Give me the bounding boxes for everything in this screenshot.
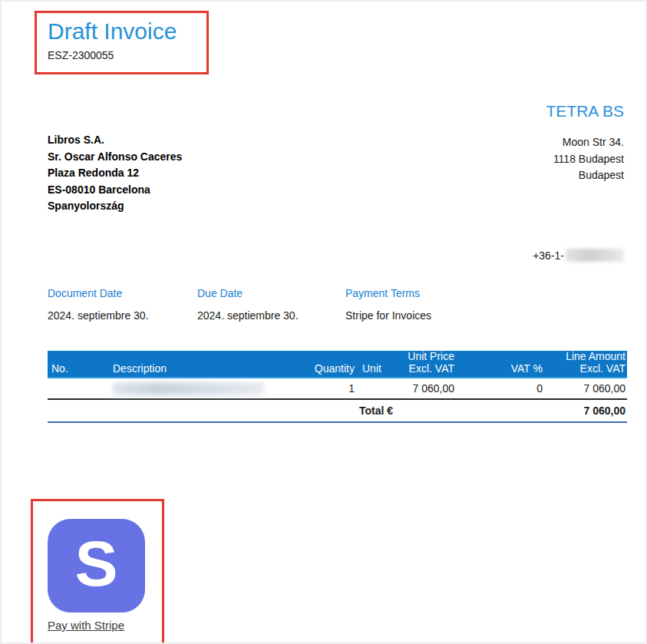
company-address-line: Budapest xyxy=(553,167,624,184)
stripe-s-glyph: S xyxy=(74,531,117,596)
info-label: Payment Terms xyxy=(345,287,431,299)
info-document-date: Document Date 2024. septiembre 30. xyxy=(48,287,149,322)
info-label: Due Date xyxy=(197,287,299,299)
cell-line-amount: 7 060,00 xyxy=(543,382,627,395)
company-name: TETRA BS xyxy=(546,102,624,121)
cell-vat: 0 xyxy=(454,382,543,395)
pay-with-stripe-link[interactable]: Pay with Stripe xyxy=(48,619,124,632)
invoice-lines-table: No. Description Quantity Unit Unit Price… xyxy=(48,351,627,423)
total-label: Total € xyxy=(266,405,393,417)
header-description: Description xyxy=(113,362,266,375)
header-unit: Unit xyxy=(355,362,393,375)
page-title: Draft Invoice xyxy=(48,18,177,45)
bill-to-line: ES-08010 Barcelona xyxy=(48,182,182,199)
table-row: 1 7 060,00 0 7 060,00 xyxy=(48,378,627,400)
header-line-amount: Line Amount Excl. VAT xyxy=(543,350,627,375)
invoice-page: Draft Invoice ESZ-2300055 TETRA BS Moon … xyxy=(0,0,647,644)
table-total-row: Total € 7 060,00 xyxy=(48,400,627,423)
header-vat: VAT % xyxy=(454,362,543,375)
cell-quantity: 1 xyxy=(266,382,355,395)
info-value: Stripe for Invoices xyxy=(345,309,431,322)
company-address: Moon Str 34. 1118 Budapest Budapest xyxy=(553,134,624,184)
bill-to-address: Libros S.A. Sr. Oscar Alfonso Caceres Pl… xyxy=(48,132,182,215)
info-value: 2024. septiembre 30. xyxy=(48,309,149,322)
cell-unit-price: 7 060,00 xyxy=(393,382,454,395)
bill-to-line: Libros S.A. xyxy=(48,132,182,149)
total-value: 7 060,00 xyxy=(393,405,627,417)
info-payment-terms: Payment Terms Stripe for Invoices xyxy=(345,287,431,322)
header-unit-price-line2: Excl. VAT xyxy=(393,362,454,375)
table-header-row: No. Description Quantity Unit Unit Price… xyxy=(48,351,627,378)
header-line-amount-line2: Excl. VAT xyxy=(543,362,626,375)
info-label: Document Date xyxy=(48,287,149,299)
header-quantity: Quantity xyxy=(266,362,355,375)
info-value: 2024. septiembre 30. xyxy=(197,309,299,322)
bill-to-line: Spanyolország xyxy=(48,198,182,215)
info-due-date: Due Date 2024. septiembre 30. xyxy=(197,287,299,322)
cell-description xyxy=(113,382,266,395)
invoice-number: ESZ-2300055 xyxy=(48,49,114,61)
stripe-logo-icon[interactable]: S xyxy=(48,519,145,613)
redacted-description-blur xyxy=(113,382,264,395)
header-no: No. xyxy=(48,362,113,375)
company-address-line: Moon Str 34. xyxy=(553,134,624,151)
header-unit-price-line1: Unit Price xyxy=(393,350,454,362)
company-phone: +36-1- xyxy=(533,249,624,262)
bill-to-line: Plaza Redonda 12 xyxy=(48,165,182,182)
company-address-line: 1118 Budapest xyxy=(553,151,624,168)
company-phone-text: +36-1- xyxy=(533,249,564,262)
redacted-phone-blur xyxy=(566,249,624,262)
bill-to-line: Sr. Oscar Alfonso Caceres xyxy=(48,149,182,166)
header-line-amount-line1: Line Amount xyxy=(543,350,626,362)
header-unit-price: Unit Price Excl. VAT xyxy=(393,350,454,375)
